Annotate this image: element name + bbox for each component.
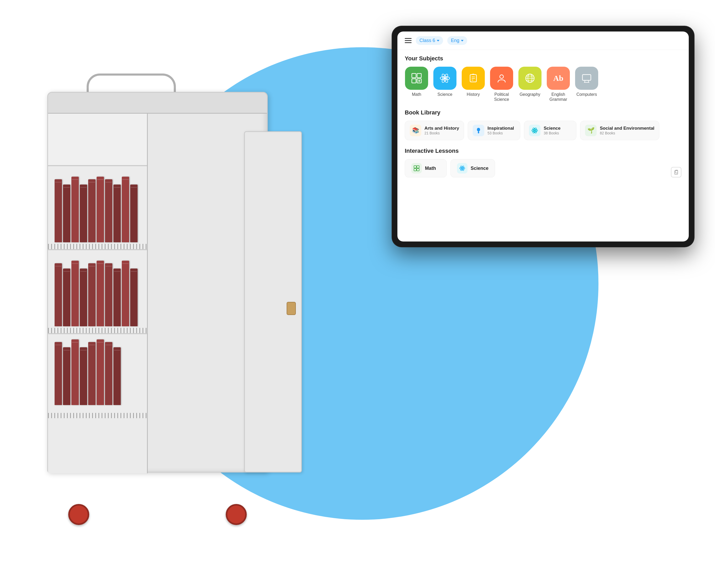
subject-math[interactable]: Math (405, 67, 428, 102)
book (97, 339, 104, 405)
book-card-social[interactable]: 🌱 Social and Environmental 82 Books (580, 121, 659, 140)
subject-political-science[interactable]: Political Science (490, 67, 513, 102)
book (88, 342, 96, 405)
math-icon-box (405, 67, 428, 90)
book (105, 179, 112, 242)
hamburger-menu[interactable] (405, 38, 412, 43)
book (63, 185, 70, 242)
lesson-science-label: Science (471, 166, 488, 171)
science-book-icon (529, 125, 541, 136)
math-label: Math (412, 92, 421, 97)
science-book-info: Science 38 Books (544, 126, 561, 135)
book-library-title: Book Library (405, 109, 681, 116)
class-chevron (437, 40, 439, 41)
svg-point-14 (500, 75, 503, 79)
inspirational-info: Inspirational 53 Books (487, 126, 514, 135)
svg-rect-20 (583, 75, 591, 80)
book (122, 177, 129, 242)
science-icon (439, 72, 451, 84)
book (105, 263, 112, 326)
history-label: History (467, 92, 480, 97)
arts-history-icon: 📚 (410, 125, 421, 136)
svg-rect-32 (414, 169, 416, 171)
cart-wheels (47, 504, 268, 525)
book (113, 185, 121, 242)
lesson-math[interactable]: Math (405, 159, 447, 177)
science-label: Science (438, 92, 453, 97)
door-lock (287, 302, 296, 315)
book-library-grid: 📚 Arts and History 21 Books (405, 121, 681, 140)
atom-icon (531, 127, 538, 134)
polsci-label: Political Science (490, 92, 513, 102)
book (63, 347, 70, 405)
arts-history-title: Arts and History (424, 126, 459, 131)
class-selector[interactable]: Class 6 (416, 36, 443, 45)
subjects-section-title: Your Subjects (405, 55, 681, 62)
science-icon-box (433, 67, 457, 90)
book (71, 339, 79, 405)
geo-icon-box (519, 67, 542, 90)
atom-lesson-icon (459, 165, 465, 171)
cable (48, 413, 147, 418)
lesson-science[interactable]: Science (450, 159, 495, 177)
book (55, 342, 62, 405)
book (130, 185, 138, 242)
book (113, 347, 121, 405)
tablet-screen: Class 6 Eng Your Subjects (397, 31, 689, 241)
book-card-science[interactable]: Science 38 Books (524, 121, 576, 140)
svg-rect-38 (675, 171, 678, 174)
subject-english[interactable]: Ab English Grammar (546, 67, 570, 102)
subject-history[interactable]: History (461, 67, 485, 102)
geo-label: Geography (520, 92, 540, 97)
tablet-header: Class 6 Eng (397, 31, 689, 50)
history-icon (467, 72, 479, 84)
social-icon: 🌱 (585, 125, 596, 136)
science-book-count: 38 Books (544, 131, 561, 135)
lang-selector[interactable]: Eng (447, 36, 467, 45)
subject-science[interactable]: Science (433, 67, 457, 102)
svg-point-34 (462, 168, 463, 169)
svg-rect-1 (417, 74, 421, 78)
lesson-math-label: Math (425, 166, 436, 171)
inspirational-count: 53 Books (487, 131, 514, 135)
svg-point-6 (444, 77, 446, 80)
math-icon (411, 72, 422, 84)
book-card-arts-history[interactable]: 📚 Arts and History 21 Books (405, 121, 464, 140)
book (71, 177, 79, 242)
arts-history-count: 21 Books (424, 131, 459, 135)
computers-icon (581, 72, 592, 84)
computers-label: Computers (576, 92, 597, 97)
lesson-math-icon (411, 163, 422, 173)
book-card-inspirational[interactable]: Inspirational 53 Books (468, 121, 520, 140)
tablet-outer: Class 6 Eng Your Subjects (392, 26, 694, 247)
book (55, 263, 62, 326)
geo-icon (524, 72, 536, 84)
polsci-icon-box (490, 67, 513, 90)
social-title: Social and Environmental (600, 126, 654, 131)
tablet-content: Your Subjects (397, 50, 689, 241)
cart-top (48, 93, 267, 114)
book (80, 185, 87, 242)
book (97, 261, 104, 326)
subject-geography[interactable]: Geography (518, 67, 542, 102)
cart-body: 🔒 (47, 92, 268, 472)
book (80, 269, 87, 326)
wheel-right (226, 504, 247, 525)
book (113, 269, 121, 326)
svg-rect-33 (417, 169, 419, 171)
book (88, 179, 96, 242)
tablet: Class 6 Eng Your Subjects (392, 26, 694, 247)
subject-computers[interactable]: Computers (575, 67, 598, 102)
book (71, 261, 79, 326)
subjects-grid: Math Science (405, 67, 681, 102)
svg-rect-30 (414, 166, 416, 168)
lang-chevron (461, 40, 464, 41)
cable (48, 328, 147, 333)
cart-door-left (48, 114, 148, 473)
polsci-icon (496, 72, 507, 84)
grid-icon (414, 165, 420, 171)
lessons-grid: Math Science (405, 159, 681, 177)
share-icon[interactable] (671, 167, 681, 177)
charging-cart: 🔒 (16, 66, 291, 525)
book (130, 269, 138, 326)
